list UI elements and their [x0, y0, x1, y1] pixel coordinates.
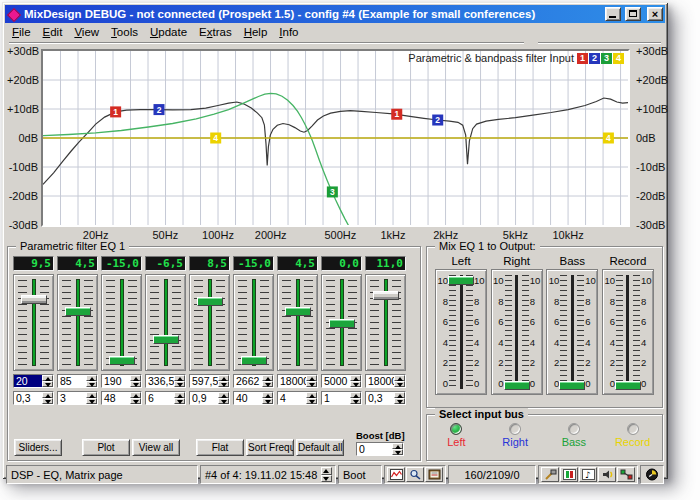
fader-handle[interactable] [559, 381, 585, 390]
menu-edit[interactable]: Edit [37, 25, 69, 39]
q-value[interactable]: 40 [234, 392, 262, 404]
spin-down-button[interactable] [262, 398, 273, 404]
bus-radio[interactable] [509, 423, 521, 435]
plot-button[interactable]: Plot [82, 439, 130, 456]
level-meter-icon[interactable] [560, 467, 578, 482]
spin-down-button[interactable] [42, 381, 53, 387]
spin-down-button[interactable] [394, 398, 405, 404]
flat-button[interactable]: Flat [196, 439, 244, 456]
menu-info[interactable]: Info [273, 25, 304, 39]
spin-down-button[interactable] [392, 449, 403, 455]
gain-slider[interactable] [13, 274, 54, 371]
sort-frequency-button[interactable]: Sort Frequ. [246, 439, 294, 456]
q-value[interactable]: 4 [278, 392, 306, 404]
slider-handle[interactable] [21, 295, 47, 304]
frequency-spinner[interactable]: 336,5 [145, 374, 186, 388]
q-spinner[interactable]: 1 [321, 391, 362, 405]
frequency-spinner[interactable]: 597,5 [189, 374, 230, 388]
search-icon[interactable] [406, 467, 424, 482]
q-spinner[interactable]: 3 [57, 391, 98, 405]
menu-file[interactable]: File [6, 25, 37, 39]
q-spinner[interactable]: 4 [277, 391, 318, 405]
maximize-button[interactable] [625, 7, 641, 21]
gain-slider[interactable] [233, 274, 274, 371]
q-value[interactable]: 0,3 [366, 392, 394, 404]
gain-slider[interactable] [277, 274, 318, 371]
speaker-icon[interactable] [598, 467, 616, 482]
menu-help[interactable]: Help [238, 25, 274, 39]
filter-marker-2[interactable]: 2 [432, 115, 443, 126]
slider-handle[interactable] [329, 319, 355, 328]
frequency-value[interactable]: 18000 [278, 375, 306, 387]
fader-handle[interactable] [504, 381, 530, 390]
fader-slider[interactable]: 10108866442200 [546, 269, 598, 395]
spin-down-button[interactable] [218, 398, 229, 404]
fader-slider[interactable]: 10108866442200 [602, 269, 654, 395]
tools-icon[interactable] [541, 467, 559, 482]
spin-down-button[interactable] [86, 398, 97, 404]
minimize-button[interactable] [605, 7, 621, 21]
menu-tools[interactable]: Tools [105, 25, 144, 39]
clock-icon[interactable] [643, 467, 661, 482]
gain-slider[interactable] [365, 274, 406, 371]
spin-down-button[interactable] [130, 398, 141, 404]
menu-update[interactable]: Update [144, 25, 193, 39]
spin-down-button[interactable] [174, 381, 185, 387]
gain-slider[interactable] [145, 274, 186, 371]
frequency-value[interactable]: 85 [58, 375, 86, 387]
view-all-button[interactable]: View all [132, 439, 180, 456]
spin-down-button[interactable] [306, 398, 317, 404]
q-value[interactable]: 3 [58, 392, 86, 404]
q-spinner[interactable]: 0,3 [365, 391, 406, 405]
slider-handle[interactable] [65, 307, 91, 316]
boost-value[interactable]: 0 [357, 443, 392, 455]
q-spinner[interactable]: 48 [101, 391, 142, 405]
bus-radio[interactable] [627, 423, 639, 435]
spin-down-button[interactable] [262, 381, 273, 387]
spin-down-button[interactable] [321, 475, 332, 483]
gain-slider[interactable] [321, 274, 362, 371]
slider-handle[interactable] [153, 335, 179, 344]
q-spinner[interactable]: 0,9 [189, 391, 230, 405]
gain-slider[interactable] [57, 274, 98, 371]
frequency-value[interactable]: 190 [102, 375, 130, 387]
frequency-spinner[interactable]: 5000 [321, 374, 362, 388]
q-spinner[interactable]: 0,3 [13, 391, 54, 405]
frequency-value[interactable]: 336,5 [146, 375, 174, 387]
q-spinner[interactable]: 40 [233, 391, 274, 405]
filter-marker-1[interactable]: 1 [391, 109, 402, 120]
plot-window-icon[interactable] [387, 467, 405, 482]
slider-handle[interactable] [109, 356, 135, 365]
frequency-spinner[interactable]: 2662 [233, 374, 274, 388]
sliders-button[interactable]: Sliders... [14, 439, 62, 456]
filter-marker-1[interactable]: 1 [110, 106, 121, 117]
menu-view[interactable]: View [68, 25, 105, 39]
title-bar[interactable]: MixDesign DEBUG - not connected (Prospek… [5, 5, 665, 23]
frequency-spinner[interactable]: 85 [57, 374, 98, 388]
bus-radio[interactable] [568, 423, 580, 435]
music-note-icon[interactable]: ♪ [579, 467, 597, 482]
q-value[interactable]: 48 [102, 392, 130, 404]
spin-down-button[interactable] [42, 398, 53, 404]
frequency-spinner[interactable]: 18000 [365, 374, 406, 388]
frequency-value[interactable]: 2662 [234, 375, 262, 387]
input-bus-record[interactable]: Record [603, 423, 662, 448]
q-value[interactable]: 0,3 [14, 392, 42, 404]
input-bus-left[interactable]: Left [427, 423, 486, 448]
input-bus-right[interactable]: Right [486, 423, 545, 448]
fader-handle[interactable] [615, 381, 641, 390]
input-bus-bass[interactable]: Bass [545, 423, 604, 448]
spin-down-button[interactable] [86, 381, 97, 387]
fader-slider[interactable]: 10108866442200 [491, 269, 543, 395]
spin-down-button[interactable] [130, 381, 141, 387]
gain-slider[interactable] [189, 274, 230, 371]
log-book-icon[interactable] [425, 467, 443, 482]
frequency-value[interactable]: 5000 [322, 375, 350, 387]
spin-up-button[interactable] [321, 467, 332, 475]
fader-handle[interactable] [448, 276, 474, 285]
q-value[interactable]: 6 [146, 392, 174, 404]
frequency-spinner[interactable]: 18000 [277, 374, 318, 388]
spin-down-button[interactable] [174, 398, 185, 404]
slider-handle[interactable] [241, 356, 267, 365]
menu-extras[interactable]: Extras [193, 25, 238, 39]
